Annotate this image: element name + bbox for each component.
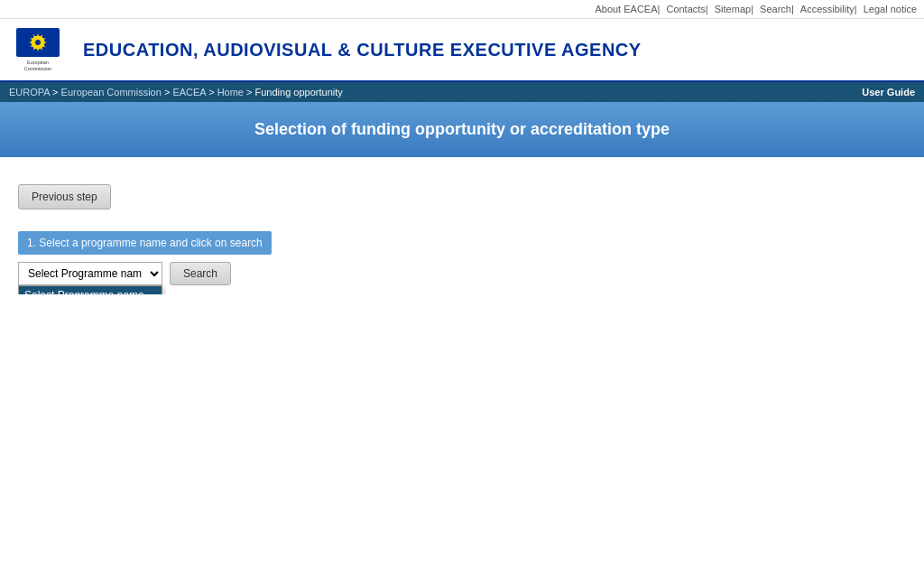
accessibility-link[interactable]: Accessibility (800, 4, 855, 14)
svg-text:European: European (27, 60, 49, 65)
svg-rect-1 (16, 28, 60, 57)
svg-text:Commission: Commission (24, 66, 51, 71)
dropdown-option-select[interactable]: Select Programme name (19, 286, 162, 294)
top-navigation: About EACEA| Contacts| Sitemap| Search| … (0, 0, 924, 19)
eu-commission-logo: European Commission (14, 26, 61, 73)
search-link[interactable]: Search (760, 4, 791, 14)
breadcrumb-current: Funding opportunity (255, 87, 343, 98)
site-title: EDUCATION, AUDIOVISUAL & CULTURE EXECUTI… (83, 40, 642, 60)
dropdown-listbox[interactable]: Select Programme name CREATIVE EUROPE ER… (18, 285, 162, 294)
topnav-links: About EACEA| Contacts| Sitemap| Search| … (591, 4, 917, 14)
contacts-link[interactable]: Contacts (666, 4, 705, 14)
step-instruction-label: 1. Select a programme name and click on … (18, 231, 272, 255)
logo-area: European Commission (14, 26, 61, 73)
page-title: Selection of funding opportunity or accr… (18, 120, 906, 139)
page-banner: Selection of funding opportunity or accr… (0, 102, 924, 157)
breadcrumb-european-commission[interactable]: European Commission (61, 87, 162, 98)
sitemap-link[interactable]: Sitemap (715, 4, 751, 14)
page-header: European Commission EDUCATION, AUDIOVISU… (0, 19, 924, 82)
main-content: Previous step 1. Select a programme name… (0, 175, 924, 294)
search-row: Select Programme name CREATIVE EUROPE ER… (18, 262, 906, 285)
breadcrumb-eacea[interactable]: EACEA (172, 87, 206, 98)
legal-notice-link[interactable]: Legal notice (864, 4, 917, 14)
search-button[interactable]: Search (170, 262, 231, 285)
about-eacea-link[interactable]: About EACEA (595, 4, 657, 14)
programme-select[interactable]: Select Programme name CREATIVE EUROPE ER… (18, 262, 162, 285)
breadcrumb-bar: EUROPA > European Commission > EACEA > H… (0, 82, 924, 102)
breadcrumb-europa[interactable]: EUROPA (9, 87, 50, 98)
breadcrumb: EUROPA > European Commission > EACEA > H… (9, 87, 343, 98)
previous-step-button[interactable]: Previous step (18, 184, 111, 209)
breadcrumb-home[interactable]: Home (217, 87, 244, 98)
eu-emblem-svg: European Commission (14, 26, 61, 73)
user-guide-link[interactable]: User Guide (862, 87, 915, 98)
